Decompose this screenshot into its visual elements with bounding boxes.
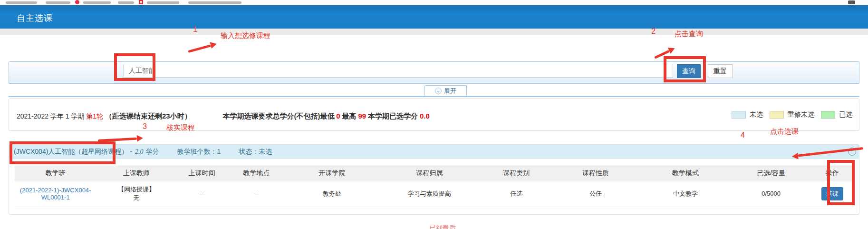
cell-college: 教务处: [286, 180, 378, 207]
col-header-college: 开课学院: [286, 166, 378, 180]
query-button[interactable]: 查询: [677, 64, 701, 78]
cell-time: --: [177, 180, 227, 207]
selected-credit-value: 0.0: [420, 112, 430, 120]
class-code-link[interactable]: (2021-2022-1)-JWCX004-WL0001-1: [20, 187, 91, 201]
annotation-arrow-1: [187, 40, 218, 55]
annotation-step-4-number: 4: [741, 131, 745, 139]
col-header-belong: 课程归属: [378, 166, 481, 180]
bookmark-text-fragment[interactable]: [147, 1, 179, 4]
bookmark-text-fragment[interactable]: [46, 1, 70, 4]
col-header-mode: 教学模式: [639, 166, 732, 180]
legend-swatch-unselected: [732, 111, 746, 119]
bookmark-text-fragment[interactable]: [6, 1, 37, 4]
browser-bookmarks-bar: [0, 0, 868, 5]
cell-category: 任选: [481, 180, 552, 207]
sub-header-strip: [0, 29, 868, 35]
search-panel: 查询 重置: [9, 61, 859, 84]
course-band[interactable]: (JWCX004)人工智能（超星网络课程） - 2.0 学分 教学班个数：1 状…: [9, 145, 859, 159]
course-credit-suffix: 学分: [145, 148, 159, 156]
col-header-class: 教学班: [15, 166, 96, 180]
course-status: 状态：未选: [239, 148, 272, 156]
annotation-step-3-label: 核实课程: [166, 123, 195, 132]
app-header: 自主选课: [0, 5, 868, 29]
annotation-arrow-3: [98, 135, 144, 144]
col-header-action: 操作: [810, 166, 854, 180]
max-credit-label: 最高: [342, 112, 357, 120]
annotation-step-2-label: 点击查询: [675, 30, 703, 39]
end-of-list-text: 已到最后: [429, 224, 456, 229]
col-header-place: 教学地点: [227, 166, 286, 180]
annotation-step-1-number: 1: [193, 25, 197, 34]
red-badge-icon[interactable]: [139, 0, 143, 4]
course-search-input[interactable]: [123, 64, 673, 78]
cell-teacher: 【网络授课】 无: [96, 180, 177, 207]
red-dot-icon[interactable]: [75, 0, 79, 4]
table-header-row: 教学班 上课教师 上课时间 教学地点 开课学院 课程归属 课程类别 课程性质 教…: [15, 166, 854, 180]
expand-label: 展开: [444, 87, 456, 95]
semester-info-panel: 2021-2022 学年 1 学期 第1轮 （距选课结束还剩23小时） 本学期选…: [9, 99, 859, 131]
status-legend: 未选 重修未选 已选: [732, 110, 852, 119]
annotation-step-4-label: 点击选课: [770, 127, 799, 136]
tablet-icon[interactable]: [848, 0, 855, 4]
col-header-capacity: 已选/容量: [732, 166, 810, 180]
cell-place: --: [227, 180, 286, 207]
bookmark-text-fragment[interactable]: [118, 1, 134, 4]
selected-credit-label: 本学期已选学分: [368, 112, 418, 120]
legend-label-retake: 重修未选: [788, 110, 814, 119]
annotation-arrow-2: [653, 45, 676, 61]
cell-mode: 中文教学: [639, 180, 732, 207]
teacher-name: 无: [96, 194, 177, 202]
annotation-step-2-number: 2: [651, 27, 656, 36]
cell-capacity: 0/5000: [732, 180, 810, 207]
legend-swatch-selected: [821, 111, 835, 119]
expand-toggle[interactable]: ⌄ 展开: [424, 85, 467, 96]
cell-belong: 学习与素质提高: [378, 180, 481, 207]
chevron-down-icon: ⌄: [435, 88, 442, 94]
reset-button[interactable]: 重置: [708, 64, 733, 78]
course-panel: (JWCX004)人工智能（超星网络课程） - 2.0 学分 教学班个数：1 状…: [9, 144, 859, 215]
divider-line: [9, 96, 859, 97]
annotation-step-1-label: 输入想选修课程: [221, 31, 270, 40]
col-header-nature: 课程性质: [552, 166, 639, 180]
table-row: (2021-2022-1)-JWCX004-WL0001-1 【网络授课】 无 …: [15, 180, 854, 207]
course-title: (JWCX004)人工智能（超星网络课程） -: [14, 148, 132, 156]
cell-nature: 公任: [552, 180, 639, 207]
legend-label-unselected: 未选: [750, 110, 763, 119]
credit-requirement-text: 本学期选课要求总学分(不包括)最低: [222, 112, 334, 120]
select-course-button[interactable]: 选课: [821, 187, 843, 200]
annotation-step-3-number: 3: [143, 122, 147, 131]
page-title: 自主选课: [17, 12, 53, 24]
countdown-text: （距选课结束还剩23小时）: [105, 112, 192, 120]
min-credit-value: 0: [336, 112, 340, 120]
col-header-teacher: 上课教师: [96, 166, 177, 180]
bookmark-text-fragment[interactable]: [188, 1, 241, 4]
course-credit-value: 2.0: [135, 148, 144, 156]
round-text: 第1轮: [86, 112, 103, 120]
legend-label-selected: 已选: [839, 110, 852, 119]
col-header-time: 上课时间: [177, 166, 227, 180]
bookmark-text-fragment[interactable]: [83, 1, 111, 4]
semester-info-text: 2021-2022 学年 1 学期 第1轮 （距选课结束还剩23小时） 本学期选…: [17, 112, 430, 121]
col-header-category: 课程类别: [481, 166, 552, 180]
class-table: 教学班 上课教师 上课时间 教学地点 开课学院 课程归属 课程类别 课程性质 教…: [15, 166, 854, 207]
teacher-type: 【网络授课】: [96, 185, 177, 194]
chevron-up-icon[interactable]: ⌃: [848, 148, 856, 156]
course-selection-screen: 自主选课 查询 重置 ⌄ 展开 2021-2022 学年 1 学期 第1轮 （距…: [0, 0, 868, 229]
course-class-count: 教学班个数：1: [177, 148, 221, 156]
semester-text: 2021-2022 学年 1 学期: [17, 112, 84, 120]
max-credit-value: 99: [358, 112, 366, 120]
legend-swatch-retake: [770, 111, 784, 119]
